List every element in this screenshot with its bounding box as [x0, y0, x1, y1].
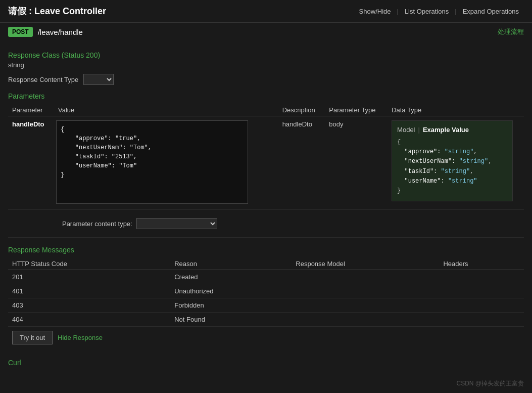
- endpoint-left: POST /leave/handle: [8, 27, 83, 37]
- reason-403: Forbidden: [170, 298, 292, 313]
- endpoint-bar: POST /leave/handle 处理流程: [0, 23, 532, 41]
- status-201: 201: [8, 270, 170, 284]
- col-data-type: Data Type: [388, 104, 524, 116]
- model-panel: Model | Example Value { "approve": "stri…: [392, 120, 513, 201]
- param-content-type-container: Parameter content type:: [58, 214, 520, 233]
- col-reason: Reason: [170, 258, 292, 270]
- param-value-textarea[interactable]: { "approve": "true", "nextUserNam": "Tom…: [56, 120, 248, 204]
- col-parameter-type: Parameter Type: [325, 104, 388, 116]
- expand-operations-button[interactable]: Expand Operations: [458, 6, 524, 17]
- model-code: { "approve": "string", "nextUserNam": "s…: [397, 138, 507, 196]
- response-table: HTTP Status Code Reason Response Model H…: [8, 258, 524, 327]
- model-tabs: Model | Example Value: [397, 126, 507, 134]
- status-404: 404: [8, 313, 170, 327]
- endpoint-right-link[interactable]: 处理流程: [498, 27, 524, 36]
- col-value: Value: [54, 104, 278, 116]
- try-it-out-button[interactable]: Try it out: [12, 331, 53, 344]
- nav-separator-2: |: [454, 8, 457, 15]
- header-nav: Show/Hide | List Operations | Expand Ope…: [354, 6, 524, 17]
- footer-watermark: CSDN @掉头发的王富贵: [456, 379, 524, 388]
- param-name: handleDto: [12, 120, 44, 128]
- col-description: Description: [278, 104, 325, 116]
- hide-response-button[interactable]: Hide Response: [58, 334, 103, 341]
- content-type-label: Response Content Type: [8, 76, 78, 83]
- status-403: 403: [8, 298, 170, 313]
- col-headers: Headers: [439, 258, 524, 270]
- content-type-select[interactable]: [83, 74, 114, 85]
- action-buttons: Try it out Hide Response: [8, 327, 524, 348]
- table-row: handleDto { "approve": "true", "nextUser…: [8, 116, 524, 210]
- col-parameter: Parameter: [8, 104, 54, 116]
- table-row: 404 Not Found: [8, 313, 524, 327]
- method-badge: POST: [8, 27, 33, 37]
- param-type: body: [325, 116, 388, 210]
- table-row: 201 Created: [8, 270, 524, 284]
- param-content-type-row: Parameter content type:: [8, 210, 524, 238]
- parameters-table: Parameter Value Description Parameter Ty…: [8, 104, 524, 238]
- model-tab-separator: |: [418, 126, 420, 134]
- show-hide-button[interactable]: Show/Hide: [354, 6, 396, 17]
- content-type-row: Response Content Type: [8, 74, 524, 85]
- model-tab-example[interactable]: Example Value: [423, 126, 469, 134]
- parameters-title: Parameters: [8, 92, 524, 100]
- title-colon: :: [29, 6, 34, 16]
- table-row: 403 Forbidden: [8, 298, 524, 313]
- table-row: 401 Unauthorized: [8, 284, 524, 298]
- header: 请假 : Leave Controller Show/Hide | List O…: [0, 0, 532, 23]
- reason-201: Created: [170, 270, 292, 284]
- param-data-type: Model | Example Value { "approve": "stri…: [388, 116, 524, 210]
- title-english: Leave Controller: [34, 6, 106, 16]
- curl-title: Curl: [8, 359, 532, 367]
- list-operations-button[interactable]: List Operations: [400, 6, 454, 17]
- page-title: 请假 : Leave Controller: [8, 5, 106, 17]
- response-class-subtitle: string: [8, 61, 524, 69]
- col-response-model: Response Model: [292, 258, 439, 270]
- param-content-type-label: Parameter content type:: [62, 220, 132, 228]
- endpoint-path: /leave/handle: [38, 28, 83, 36]
- col-http-status: HTTP Status Code: [8, 258, 170, 270]
- reason-401: Unauthorized: [170, 284, 292, 298]
- param-value-cell: { "approve": "true", "nextUserNam": "Tom…: [54, 116, 278, 210]
- status-401: 401: [8, 284, 170, 298]
- model-tab-model[interactable]: Model: [397, 126, 415, 134]
- main-content: Response Class (Status 200) string Respo…: [0, 41, 532, 354]
- response-messages-title: Response Messages: [8, 246, 524, 254]
- param-description: handleDto: [278, 116, 325, 210]
- param-content-type-select[interactable]: [136, 218, 217, 229]
- title-chinese: 请假: [8, 6, 26, 16]
- nav-separator-1: |: [396, 8, 399, 15]
- reason-404: Not Found: [170, 313, 292, 327]
- response-class-title: Response Class (Status 200): [8, 51, 524, 59]
